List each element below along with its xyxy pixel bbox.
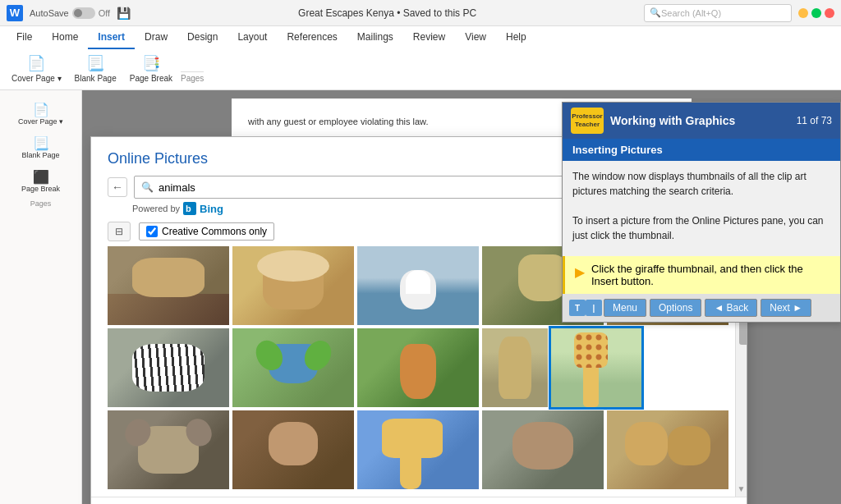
sidebar-cover-label: Cover Page ▾ — [18, 117, 63, 126]
tab-design[interactable]: Design — [177, 26, 227, 49]
tab-view[interactable]: View — [455, 26, 496, 49]
sidebar-pagebreak-icon: ⬛ — [33, 169, 49, 185]
professor-logo: ProfessorTeacher — [571, 108, 604, 134]
cc-label: Creative Commons only — [162, 226, 267, 237]
app-logo: W — [7, 5, 23, 21]
filter-dropdown-button[interactable]: ⊟ — [108, 222, 131, 241]
next-nav-button[interactable]: Next ► — [761, 299, 811, 317]
autosave-toggle[interactable] — [72, 7, 95, 19]
image-row-2: ··· — [108, 328, 719, 407]
tab-file[interactable]: File — [7, 26, 42, 49]
sidebar: 📄 Cover Page ▾ 📃 Blank Page ⬛ Page Break… — [0, 90, 82, 504]
ribbon-cover-page[interactable]: 📄 Cover Page ▾ — [7, 53, 67, 85]
ribbon-group-label: Pages — [181, 71, 204, 85]
app-logo-letter: W — [10, 7, 20, 19]
thumbnail-monkey1[interactable] — [232, 410, 354, 489]
close-button[interactable] — [825, 8, 834, 18]
sidebar-item-pagebreak[interactable]: ⬛ Page Break — [0, 164, 81, 198]
professor-panel: ProfessorTeacher Working with Graphics 1… — [562, 102, 841, 323]
professor-header: ProfessorTeacher Working with Graphics 1… — [563, 103, 840, 139]
ribbon-tabs: File Home Insert Draw Design Layout Refe… — [0, 26, 841, 49]
back-nav-button[interactable]: ◄ Back — [705, 299, 757, 317]
menu-button[interactable]: Menu — [604, 299, 646, 317]
thumbnail-giraffe2[interactable] — [357, 410, 479, 489]
marker-button[interactable]: | — [586, 300, 602, 316]
blank-page-icon: 📃 — [86, 54, 104, 72]
scroll-down-button[interactable]: ▼ — [736, 480, 747, 497]
logo-text: ProfessorTeacher — [572, 112, 602, 128]
body-text-2: To insert a picture from the Online Pict… — [572, 213, 830, 243]
filename: Great Escapes Kenya • Saved to this PC — [137, 7, 637, 19]
bing-label: Bing — [200, 203, 223, 215]
thumbnail-ram[interactable] — [108, 410, 229, 489]
body-text-1: The window now displays thumbnails of al… — [572, 169, 830, 199]
creative-commons-checkbox[interactable]: Creative Commons only — [139, 222, 274, 241]
professor-body: The window now displays thumbnails of al… — [563, 161, 840, 251]
sidebar-blank-label: Blank Page — [21, 151, 59, 159]
professor-nav: T | Menu Options ◄ Back Next ► — [563, 294, 840, 322]
autosave-section: AutoSave Off 💾 — [30, 7, 131, 20]
t-button[interactable]: T — [569, 300, 586, 316]
image-row-3 — [108, 410, 719, 489]
search-magnifier-icon: 🔍 — [141, 181, 154, 193]
section-title: Inserting Pictures — [563, 139, 840, 161]
thumbnail-beagle[interactable] — [232, 246, 354, 325]
bing-logo-icon: b — [183, 202, 196, 215]
dialog-footer: You are responsible for respecting other… — [91, 497, 747, 504]
tab-insert[interactable]: Insert — [88, 26, 135, 49]
back-button[interactable]: ← — [108, 177, 127, 197]
sidebar-cover-icon: 📄 — [33, 102, 49, 117]
minimize-button[interactable] — [798, 8, 808, 18]
maximize-button[interactable] — [811, 8, 821, 18]
cc-checkbox-input[interactable] — [146, 226, 158, 237]
highlight-text: Click the giraffe thumbnail, and then cl… — [591, 263, 830, 287]
filter-icon: ⊟ — [115, 226, 123, 237]
tab-layout[interactable]: Layout — [227, 26, 277, 49]
tab-home[interactable]: Home — [42, 26, 88, 49]
tab-mailings[interactable]: Mailings — [347, 26, 403, 49]
thumbnail-zebra[interactable] — [108, 328, 229, 407]
ribbon-cover-label: Cover Page ▾ — [11, 74, 62, 83]
tab-draw[interactable]: Draw — [135, 26, 177, 49]
thumbnail-bird[interactable] — [232, 328, 354, 407]
options-button[interactable]: Options — [650, 299, 701, 317]
tab-review[interactable]: Review — [403, 26, 455, 49]
window-controls — [798, 8, 834, 18]
powered-by-text: Powered by — [132, 204, 180, 213]
cover-page-icon: 📄 — [27, 54, 45, 72]
ribbon-blank-page[interactable]: 📃 Blank Page — [70, 53, 122, 85]
autosave-state: Off — [99, 8, 110, 18]
ribbon-blank-label: Blank Page — [75, 74, 117, 83]
tab-references[interactable]: References — [277, 26, 347, 49]
thumbnail-monkey2[interactable] — [482, 410, 604, 489]
search-placeholder: Search (Alt+Q) — [661, 8, 721, 18]
thumbnail-giraffe[interactable] — [551, 328, 641, 407]
professor-highlight: ▶ Click the giraffe thumbnail, and then … — [563, 256, 840, 294]
ribbon-content: 📄 Cover Page ▾ 📃 Blank Page 📑 Page Break… — [0, 49, 841, 89]
thumbnail-lions[interactable] — [607, 410, 728, 489]
autosave-label: AutoSave — [30, 8, 69, 18]
sidebar-group: Pages — [0, 198, 81, 209]
thumbnail-swan[interactable] — [357, 246, 479, 325]
main-area: 📄 Cover Page ▾ 📃 Blank Page ⬛ Page Break… — [0, 90, 841, 504]
panel-counter: 11 of 73 — [797, 115, 832, 126]
thumbnail-meerkat[interactable] — [482, 328, 548, 407]
tab-help[interactable]: Help — [496, 26, 536, 49]
sidebar-item-cover[interactable]: 📄 Cover Page ▾ — [0, 97, 81, 131]
sidebar-blank-icon: 📃 — [33, 135, 49, 151]
panel-title: Working with Graphics — [610, 114, 790, 127]
svg-text:b: b — [186, 204, 191, 213]
thumbnail-piglets[interactable] — [108, 246, 229, 325]
arrow-icon: ▶ — [575, 264, 585, 280]
search-icon: 🔍 — [650, 7, 661, 18]
ribbon-break-label: Page Break — [130, 74, 172, 83]
save-icon[interactable]: 💾 — [117, 7, 131, 20]
title-bar: W AutoSave Off 💾 Great Escapes Kenya • S… — [0, 0, 841, 26]
thumbnail-squirrel[interactable] — [357, 328, 479, 407]
sidebar-pagebreak-label: Page Break — [21, 185, 60, 193]
ribbon: File Home Insert Draw Design Layout Refe… — [0, 26, 841, 90]
ribbon-page-break[interactable]: 📑 Page Break — [125, 53, 177, 85]
search-bar[interactable]: 🔍 Search (Alt+Q) — [644, 4, 792, 22]
sidebar-item-blank[interactable]: 📃 Blank Page — [0, 131, 81, 164]
page-break-icon: 📑 — [142, 54, 160, 72]
